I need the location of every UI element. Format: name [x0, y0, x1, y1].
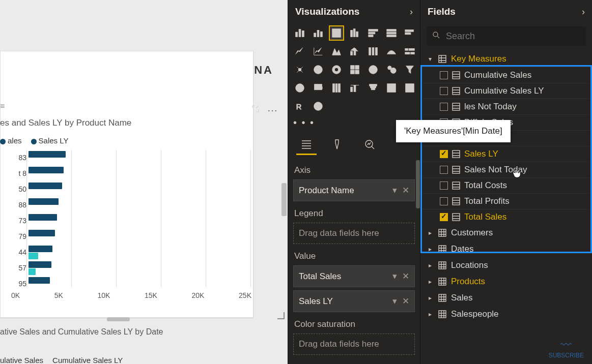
visualization-type-icon[interactable]: [311, 99, 326, 114]
table-key-measures[interactable]: ▾ Key Measures: [422, 51, 590, 67]
expand-icon[interactable]: ▸: [427, 311, 434, 318]
visualization-type-icon[interactable]: [329, 62, 344, 77]
resize-handle-icon[interactable]: [277, 312, 285, 319]
field-item[interactable]: Total Profits: [422, 193, 590, 209]
visualization-type-icon[interactable]: [365, 62, 381, 77]
table-node[interactable]: ▸Sales: [422, 290, 590, 306]
visualization-type-icon[interactable]: [292, 44, 307, 59]
fields-search[interactable]: [427, 26, 586, 46]
field-item[interactable]: Cumulative Sales: [422, 67, 590, 83]
expand-icon[interactable]: ▸: [427, 246, 434, 253]
bar[interactable]: [29, 277, 50, 284]
focus-mode-icon[interactable]: [251, 104, 260, 116]
visualization-type-icon[interactable]: R: [292, 99, 307, 114]
remove-icon[interactable]: ✕: [402, 271, 409, 282]
bar-chart-plot[interactable]: 83t 850887379445795 0K5K10K15K20K25K: [0, 150, 253, 302]
visualization-type-icon[interactable]: [292, 80, 307, 96]
visualization-type-icon[interactable]: [347, 62, 362, 77]
horizontal-scrollbar[interactable]: [107, 317, 130, 321]
expand-icon[interactable]: ▸: [427, 278, 434, 285]
visualization-type-icon[interactable]: [384, 62, 399, 77]
remove-icon[interactable]: ✕: [402, 185, 409, 196]
visualization-type-icon[interactable]: [402, 44, 417, 59]
tab-analytics[interactable]: [359, 135, 380, 155]
visualization-type-icon[interactable]: [347, 80, 362, 96]
visualization-type-icon[interactable]: [311, 44, 326, 59]
visualization-type-icon[interactable]: 123: [311, 80, 326, 96]
drag-handle-icon[interactable]: ≡: [0, 102, 5, 111]
visualization-type-icon[interactable]: [329, 44, 344, 59]
bar[interactable]: [29, 151, 66, 158]
bar[interactable]: [29, 230, 55, 236]
field-checkbox[interactable]: [440, 87, 448, 95]
collapse-icon[interactable]: ▾: [427, 55, 434, 63]
value-well-item[interactable]: Sales LY ▾✕: [293, 290, 415, 312]
expand-icon[interactable]: ▸: [427, 262, 434, 269]
visualization-type-icon[interactable]: [402, 62, 417, 77]
table-node[interactable]: ▸Locations: [422, 257, 590, 274]
axis-well-item[interactable]: Product Name ▾ ✕: [293, 179, 415, 201]
bar-row[interactable]: 88: [15, 197, 249, 213]
bar[interactable]: [29, 167, 64, 173]
collapse-pane-icon[interactable]: ›: [410, 7, 413, 17]
bar[interactable]: [29, 183, 62, 189]
more-options-icon[interactable]: ⋯: [267, 104, 277, 116]
wells-scrollbar[interactable]: [416, 160, 420, 208]
field-checkbox[interactable]: [440, 213, 448, 221]
collapse-pane-icon[interactable]: ›: [582, 7, 585, 17]
bar-row[interactable]: 83: [15, 150, 249, 165]
table-node[interactable]: ▸Salespeople: [422, 306, 590, 322]
visualization-type-icon[interactable]: [329, 25, 344, 41]
field-item[interactable]: Sales LY: [422, 146, 590, 162]
visualization-type-icon[interactable]: [384, 80, 399, 96]
remove-icon[interactable]: ✕: [402, 296, 409, 307]
visualization-type-icon[interactable]: [384, 44, 399, 59]
table-node[interactable]: ▸Dates: [422, 241, 590, 257]
field-checkbox[interactable]: [440, 150, 448, 158]
bar-row[interactable]: 73: [15, 213, 249, 228]
visualization-type-icon[interactable]: [402, 80, 417, 96]
field-item[interactable]: les Not Today: [422, 99, 590, 114]
field-checkbox[interactable]: [440, 181, 448, 190]
field-item[interactable]: Total Sales: [422, 209, 590, 225]
visualization-type-icon[interactable]: [365, 44, 381, 59]
visualization-type-icon[interactable]: [292, 62, 307, 77]
dropdown-icon[interactable]: ▾: [392, 185, 397, 196]
field-checkbox[interactable]: [440, 166, 448, 174]
field-checkbox[interactable]: [440, 71, 448, 79]
bar[interactable]: [29, 214, 57, 221]
bar-row[interactable]: 95: [15, 276, 249, 291]
bar[interactable]: [29, 253, 38, 259]
value-well-item[interactable]: Total Sales ▾✕: [293, 265, 415, 287]
bar-row[interactable]: 57: [15, 260, 249, 276]
field-checkbox[interactable]: [440, 103, 448, 111]
visualization-type-icon[interactable]: [384, 25, 399, 41]
bar[interactable]: [29, 246, 52, 252]
dropdown-icon[interactable]: ▾: [392, 296, 397, 307]
field-item[interactable]: Sales Not Today: [422, 162, 590, 177]
visualization-type-icon[interactable]: [292, 25, 307, 41]
bar-row[interactable]: 44: [15, 245, 249, 260]
expand-icon[interactable]: ▸: [427, 229, 434, 236]
visualization-type-icon[interactable]: [347, 25, 362, 41]
table-node[interactable]: ▸Products: [422, 274, 590, 290]
visualization-type-icon[interactable]: [311, 25, 326, 41]
vertical-scrollbar[interactable]: [281, 183, 287, 216]
tab-format[interactable]: [328, 135, 348, 155]
bar-row[interactable]: t 8: [15, 166, 249, 181]
legend-well-dropzone[interactable]: Drag data fields here: [293, 223, 415, 244]
search-input[interactable]: [446, 31, 581, 42]
visualization-type-icon[interactable]: [402, 25, 417, 41]
color-well-dropzone[interactable]: Drag data fields here: [293, 333, 415, 355]
report-canvas[interactable]: ENTERPRISE DNA ≡ ⋯ es and Sales LY by Pr…: [0, 0, 288, 364]
bar-row[interactable]: 50: [15, 181, 249, 197]
expand-icon[interactable]: ▸: [427, 294, 434, 301]
bar[interactable]: [29, 198, 59, 205]
visualization-type-icon[interactable]: [365, 25, 381, 41]
bar-row[interactable]: 79: [15, 229, 249, 244]
field-item[interactable]: Total Costs: [422, 177, 590, 193]
table-node[interactable]: ▸Customers: [422, 225, 590, 241]
tab-fields[interactable]: [296, 135, 317, 155]
visualization-type-icon[interactable]: [347, 44, 362, 59]
dropdown-icon[interactable]: ▾: [392, 271, 397, 282]
